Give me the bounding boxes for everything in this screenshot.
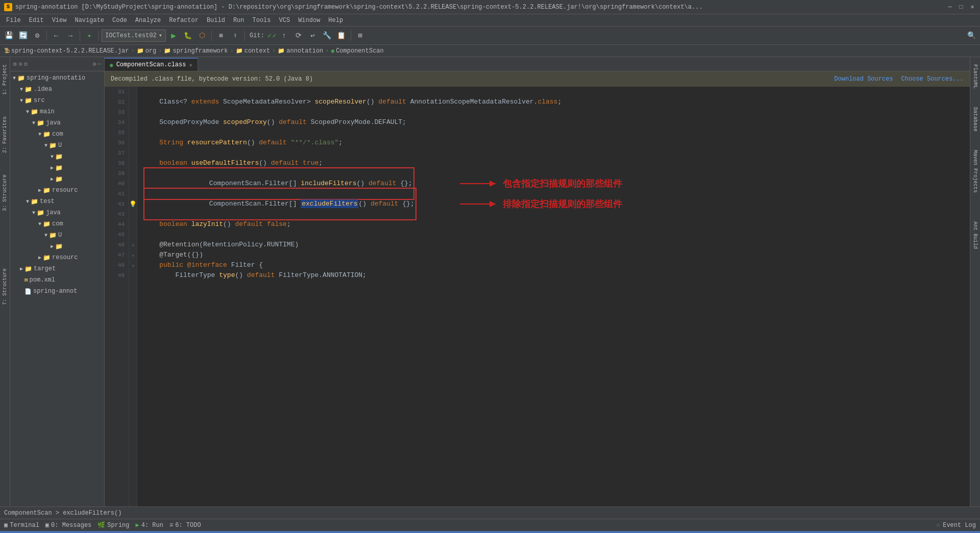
sync-button[interactable]: 🔄 xyxy=(16,29,30,42)
git-push-button[interactable]: ↑ xyxy=(278,29,291,42)
breadcrumb-org[interactable]: 📁 org xyxy=(137,47,157,55)
code-line-32: Class<? extends ScopeMetadataResolver> s… xyxy=(143,97,970,107)
bottom-tools-bar: ▣ Terminal ▣ 0: Messages 🌿 Spring ▶ 4: R… xyxy=(0,519,980,531)
breadcrumb-springframework[interactable]: 📁 springframework xyxy=(164,47,228,55)
inherit-icon-48[interactable]: ⬦ xyxy=(132,263,135,268)
menu-analyze[interactable]: Analyze xyxy=(131,14,165,26)
tree-item-src[interactable]: ▼ 📁 src xyxy=(10,95,104,106)
terminal-tool[interactable]: ▣ Terminal xyxy=(4,521,39,529)
tree-item-test[interactable]: ▼ 📁 test xyxy=(10,196,104,207)
tree-item-u-test[interactable]: ▼ 📁 U xyxy=(10,230,104,241)
code-content[interactable]: Class<? extends ScopeMetadataResolver> s… xyxy=(137,87,970,506)
tab-componentscan[interactable]: ◉ ComponentScan.class ✕ xyxy=(105,58,198,71)
menu-view[interactable]: View xyxy=(48,14,71,26)
structure-panel-tab[interactable]: 3: Structure xyxy=(1,171,9,214)
forward-button[interactable]: → xyxy=(64,29,77,42)
tree-item-spring-annot[interactable]: ▶ 📄 spring-annot xyxy=(10,286,104,297)
code-token: ScopeMetadataResolver> xyxy=(219,97,314,107)
database-tab[interactable]: Database xyxy=(971,104,979,135)
menu-refactor[interactable]: Refactor xyxy=(165,14,203,26)
menu-build[interactable]: Build xyxy=(203,14,229,26)
project-panel-tab[interactable]: 1: Project xyxy=(1,61,9,98)
event-log-label[interactable]: Event Log xyxy=(943,522,976,529)
tree-arrow-src: ▼ xyxy=(18,98,24,104)
back-button[interactable]: ← xyxy=(50,29,63,42)
run-icon: ▶ xyxy=(136,521,139,529)
folder-icon-resourc-main: 📁 xyxy=(43,187,51,194)
stop-button[interactable]: ■ xyxy=(214,29,228,42)
tree-item-pom[interactable]: ▶ m pom.xml xyxy=(10,274,104,286)
rebuild-button[interactable]: ⬆ xyxy=(229,29,242,42)
menu-edit[interactable]: Edit xyxy=(25,14,48,26)
tree-item-target[interactable]: ▶ 📁 target xyxy=(10,263,104,274)
menu-code[interactable]: Code xyxy=(108,14,131,26)
menu-run[interactable]: Run xyxy=(229,14,249,26)
tab-close-button[interactable]: ✕ xyxy=(189,62,192,68)
ant-build-tab[interactable]: Ant Build xyxy=(971,218,979,252)
favorites2-panel-tab[interactable]: 7: Structure xyxy=(1,265,9,308)
tree-item-sub1[interactable]: ▼ 📁 U xyxy=(10,140,104,151)
save-button[interactable]: 💾 xyxy=(2,29,15,42)
maven-projects-tab[interactable]: Maven Projects xyxy=(971,147,979,196)
window-controls[interactable]: — □ ✕ xyxy=(946,4,976,11)
panel-gear-icon[interactable]: ⚙ xyxy=(93,61,96,67)
tree-item-java-main[interactable]: ▼ 📁 java xyxy=(10,117,104,129)
tree-item-main[interactable]: ▼ 📁 main xyxy=(10,106,104,117)
tree-item-com-main[interactable]: ▼ 📁 com xyxy=(10,129,104,140)
tree-item-idea[interactable]: ▼ 📁 .idea xyxy=(10,84,104,95)
run-config-dropdown[interactable]: IOCTest.test02 ▾ xyxy=(102,30,166,42)
tree-item-resourc-test[interactable]: ▶ 📁 resourc xyxy=(10,252,104,263)
tree-item-u-sub[interactable]: ▶ 📁 xyxy=(10,241,104,252)
bulb-icon[interactable]: 💡 xyxy=(129,200,137,208)
spring-tool[interactable]: 🌿 Spring xyxy=(97,521,129,529)
breadcrumb-annotation[interactable]: 📁 annotation xyxy=(278,47,323,55)
line-num-42: 42 xyxy=(105,199,125,209)
settings-button[interactable]: ⚙ xyxy=(31,29,44,42)
debug-button[interactable]: 🐛 xyxy=(181,29,194,42)
code-token xyxy=(263,219,267,230)
tree-label-main: main xyxy=(40,108,55,115)
run-tool[interactable]: ▶ 4: Run xyxy=(136,521,163,529)
todo-tool[interactable]: ≡ 6: TODO xyxy=(169,522,201,529)
download-sources-link[interactable]: Download Sources xyxy=(834,75,893,83)
close-button[interactable]: ✕ xyxy=(969,4,976,11)
breadcrumb-componentscan[interactable]: ◉ ComponentScan xyxy=(331,47,384,55)
run-label: 4: Run xyxy=(141,522,163,529)
tree-item-root[interactable]: ▼ 📁 spring-annotatio xyxy=(10,72,104,84)
bottom-right-tools: ○ Event Log xyxy=(937,522,976,529)
copy-button[interactable]: ⊞ xyxy=(354,29,367,42)
menu-window[interactable]: Window xyxy=(294,14,324,26)
maximize-button[interactable]: □ xyxy=(958,4,965,11)
git-undo-button[interactable]: ↩ xyxy=(306,29,320,42)
tree-item-sub3[interactable]: ▶ 📁 xyxy=(10,162,104,173)
run-button[interactable]: ▶ xyxy=(167,29,180,42)
git-wrench-button[interactable]: 🔧 xyxy=(321,29,334,42)
inherit-icon-47[interactable]: ⬦ xyxy=(132,252,135,258)
search-everywhere-button[interactable]: 🔍 xyxy=(965,29,978,42)
tree-item-resourc-main[interactable]: ▶ 📁 resourc xyxy=(10,185,104,196)
inherit-icon-46[interactable]: ⬦ xyxy=(132,242,135,248)
favorites-panel-tab[interactable]: 2: Favorites xyxy=(1,113,9,156)
profile-button[interactable]: ⬡ xyxy=(195,29,209,42)
tree-item-java-test[interactable]: ▼ 📁 java xyxy=(10,207,104,218)
tree-item-sub4[interactable]: ▶ 📁 xyxy=(10,173,104,185)
messages-tool[interactable]: ▣ 0: Messages xyxy=(45,521,91,529)
menu-navigate[interactable]: Navigate xyxy=(70,14,108,26)
choose-sources-link[interactable]: Choose Sources... xyxy=(901,75,964,83)
menu-tools[interactable]: Tools xyxy=(249,14,275,26)
plantuml-tab[interactable]: PlantUML xyxy=(971,61,979,92)
tree-item-sub2[interactable]: ▼ 📁 xyxy=(10,151,104,162)
menu-vcs[interactable]: VCS xyxy=(275,14,295,26)
menu-file[interactable]: File xyxy=(2,14,25,26)
code-token: default xyxy=(371,200,399,208)
git-log-button[interactable]: 📋 xyxy=(335,29,348,42)
git-fetch-button[interactable]: ⟳ xyxy=(292,29,305,42)
tree-item-com-test[interactable]: ▼ 📁 com xyxy=(10,218,104,230)
tree-label-com-test: com xyxy=(52,220,63,227)
panel-minus-icon[interactable]: — xyxy=(97,61,101,67)
annotate-button[interactable]: ✦ xyxy=(83,29,96,42)
breadcrumb-jar[interactable]: 🗜 spring-context-5.2.2.RELEASE.jar xyxy=(4,47,129,55)
menu-help[interactable]: Help xyxy=(324,14,347,26)
breadcrumb-context[interactable]: 📁 context xyxy=(236,47,270,55)
minimize-button[interactable]: — xyxy=(946,4,953,11)
